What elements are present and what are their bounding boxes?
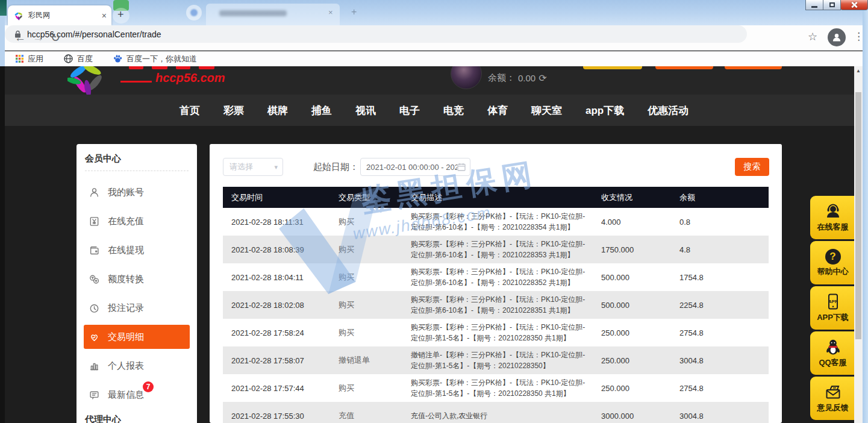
sidebar-item-personal-report[interactable]: 个人报表 xyxy=(76,351,197,380)
reload-icon[interactable]: ↻ xyxy=(51,31,60,45)
bookmark-label: 百度 xyxy=(77,54,93,64)
widget-label: APP下载 xyxy=(817,312,849,323)
window-frame-left-lower xyxy=(0,66,5,423)
cell-type: 充值 xyxy=(339,410,411,421)
type-select[interactable]: 请选择 ▾ xyxy=(223,158,283,176)
forward-icon[interactable]: → xyxy=(33,31,44,45)
cell-balance: 4.8 xyxy=(679,245,769,254)
col-header: 交易描述 xyxy=(411,192,601,204)
headset-agent-icon xyxy=(825,203,841,220)
globe-icon xyxy=(64,54,73,63)
bookmark-star-icon[interactable]: ☆ xyxy=(808,30,817,43)
select-placeholder: 请选择 xyxy=(229,161,274,172)
cell-time: 2021-02-28 17:58:24 xyxy=(223,328,339,337)
minimize-button[interactable] xyxy=(805,0,823,10)
sidebar-item-trade-detail[interactable]: 交易明细 xyxy=(84,325,190,349)
balance-refresh-icon[interactable]: ⟳ xyxy=(539,72,546,84)
sidebar-item-latest-news[interactable]: 最新信息 7 xyxy=(76,380,197,409)
cell-amount: 500.000 xyxy=(601,301,679,310)
browser-tab[interactable]: 彩民网 × xyxy=(8,5,111,25)
address-bar[interactable]: hccp56.com/#/personalCenter/trade xyxy=(5,25,747,43)
online-service-button[interactable]: 在线客服 xyxy=(810,196,854,239)
sidebar-item-withdraw[interactable]: 在线提现 xyxy=(76,236,197,265)
bar-chart-icon xyxy=(89,361,99,371)
profile-button[interactable] xyxy=(828,28,846,46)
qq-service-button[interactable]: QQ客服 xyxy=(810,331,854,375)
user-avatar[interactable] xyxy=(451,66,482,89)
cell-time: 2021-02-28 18:08:39 xyxy=(223,245,339,254)
cell-time: 2021-02-28 17:55:30 xyxy=(223,412,339,421)
bookmark-apps[interactable]: 应用 xyxy=(16,54,43,64)
col-header: 交易类型 xyxy=(339,192,411,203)
header-button-clipped-orange1[interactable] xyxy=(655,66,713,69)
divider xyxy=(85,171,189,171)
nav-item-video[interactable]: 视讯 xyxy=(355,104,376,118)
cell-type: 购买 xyxy=(339,272,411,283)
cell-amount: 500.000 xyxy=(601,273,679,282)
scroll-up-arrow[interactable]: ▲ xyxy=(854,68,863,74)
nav-item-chess[interactable]: 棋牌 xyxy=(267,104,288,118)
nav-item-fishing[interactable]: 捕鱼 xyxy=(311,104,332,118)
nav-item-chatroom[interactable]: 聊天室 xyxy=(531,104,562,118)
app-download-button[interactable]: APP APP下载 xyxy=(810,286,854,330)
balance-display: 余额： 0.00 ⟳ xyxy=(488,72,547,84)
nav-item-esports[interactable]: 电竞 xyxy=(443,104,464,118)
feedback-button[interactable]: 意见反馈 xyxy=(810,377,854,420)
logo-title-clipped xyxy=(129,66,143,69)
cell-type: 购买 xyxy=(339,327,411,338)
cell-balance: 0.8 xyxy=(679,218,769,227)
bookmark-baidu[interactable]: 百度 xyxy=(64,54,93,64)
nav-item-promotions[interactable]: 优惠活动 xyxy=(648,104,688,118)
cell-type: 购买 xyxy=(339,383,411,393)
table-row: 2021-02-28 17:58:07 撤销退单 撤销注单-【彩种：三分PK拾】… xyxy=(223,346,769,374)
tab-title: 彩民网 xyxy=(28,10,102,20)
calendar-icon xyxy=(457,163,466,171)
user-icon xyxy=(89,187,99,198)
col-header: 余额 xyxy=(679,192,769,203)
bookmarks-bar: 应用 百度 百度一下，你就知道 xyxy=(5,51,863,66)
table-row: 2021-02-28 18:02:08 购买 购买彩票-【彩种：三分PK拾】-【… xyxy=(223,291,769,319)
close-button[interactable] xyxy=(840,0,868,10)
nav-item-electronic[interactable]: 电子 xyxy=(399,104,420,118)
ghost-window-tab-text xyxy=(219,10,287,16)
scrollbar-thumb[interactable] xyxy=(855,92,861,339)
balance-value: 0.00 xyxy=(518,73,535,83)
cell-time: 2021-02-28 18:04:11 xyxy=(223,273,339,282)
nav-item-sports[interactable]: 体育 xyxy=(487,104,508,118)
browser-menu-icon[interactable]: ⋮ xyxy=(854,30,864,43)
help-center-button[interactable]: ? 帮助中心 xyxy=(810,241,854,284)
ghost-window-dot xyxy=(190,9,198,16)
cell-amount: 1750.000 xyxy=(601,245,679,254)
search-button[interactable]: 搜索 xyxy=(735,158,769,176)
recharge-icon xyxy=(89,216,99,227)
sidebar-item-bet-record[interactable]: 投注记录 xyxy=(76,293,197,322)
cell-time: 2021-02-28 18:02:08 xyxy=(223,301,339,310)
logo-domain: hccp56.com xyxy=(155,71,225,85)
header-button-clipped-orange2[interactable] xyxy=(725,66,782,69)
header-button-clipped-yellow[interactable] xyxy=(583,66,642,69)
sidebar-item-recharge[interactable]: 在线充值 xyxy=(76,207,197,236)
sidebar-item-my-account[interactable]: 我的账号 xyxy=(76,178,197,207)
new-tab-button[interactable]: + xyxy=(117,8,124,21)
nav-item-home[interactable]: 首页 xyxy=(180,104,200,118)
sidebar-item-label: 在线提现 xyxy=(108,245,144,256)
page-scrollbar[interactable]: ▲ xyxy=(854,66,863,423)
tab-close-icon[interactable]: × xyxy=(102,11,107,20)
date-range-input[interactable]: 2021-02-01 00:00:00 - 2021 xyxy=(360,158,470,176)
back-icon[interactable]: ← xyxy=(14,31,26,45)
table-row: 2021-02-28 18:04:11 购买 购买彩票-【彩种：三分PK拾】-【… xyxy=(223,263,769,291)
cell-amount: 4.000 xyxy=(601,218,679,227)
sidebar-agent-title: 代理中心 xyxy=(85,414,121,423)
sidebar-item-label: 个人报表 xyxy=(108,360,144,372)
message-icon xyxy=(89,390,99,400)
sidebar-item-transfer[interactable]: 额度转换 xyxy=(76,265,197,293)
nav-item-app-download[interactable]: app下载 xyxy=(585,104,624,118)
maximize-button[interactable] xyxy=(823,0,841,10)
cell-desc: 购买彩票-【彩种：三分PK拾】-【玩法：PK10-定位胆-定位胆-第6-10名】… xyxy=(411,239,601,260)
sidebar-item-label: 交易明细 xyxy=(108,331,144,343)
nav-item-lottery[interactable]: 彩票 xyxy=(223,104,244,118)
bookmark-baidu-long[interactable]: 百度一下，你就知道 xyxy=(113,54,197,64)
qq-penguin-icon xyxy=(825,339,841,356)
balance-label: 余额： xyxy=(488,72,515,84)
site-logo-icon xyxy=(67,66,106,95)
